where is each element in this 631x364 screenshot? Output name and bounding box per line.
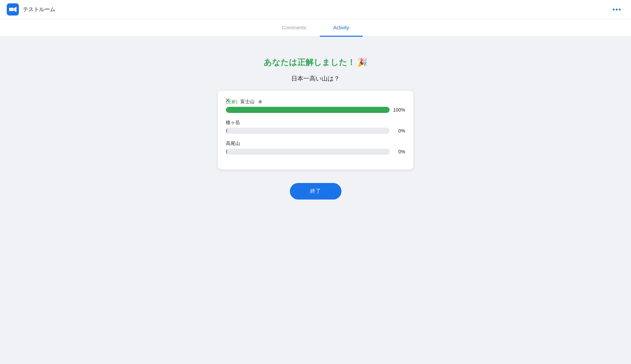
bar-row-takao: 0% [226,149,405,155]
tab-activity[interactable]: Activity [320,19,363,37]
header-right: ••• [610,3,624,16]
header-left: テストルーム [7,3,55,16]
bar-percent-fuji: 100% [393,107,405,113]
answer-name-fuji: 富士山 [240,99,254,105]
header: テストルーム ••• [0,0,631,19]
tab-comments[interactable]: Comments [268,19,320,37]
more-options-button[interactable]: ••• [610,3,624,16]
bar-container-fuji [226,107,390,113]
close-button[interactable]: ✕ [222,95,233,105]
bar-percent-yari: 0% [393,128,405,133]
answer-label-fuji: (正解) 富士山 [226,99,405,105]
answer-label-takao: 高尾山 [226,141,405,147]
bar-percent-takao: 0% [393,149,405,154]
answer-item-fuji: (正解) 富士山 100% [226,99,405,113]
svg-rect-0 [9,8,14,11]
room-title: テストルーム [23,6,55,13]
answer-name-takao: 高尾山 [226,141,240,147]
quiz-results-card: ✕ (正解) 富士山 100% 槍ヶ岳 [218,91,413,170]
bar-container-yari [226,128,390,134]
bar-fill-fuji [226,107,390,113]
bar-fill-takao [226,149,227,155]
answer-name-yari: 槍ヶ岳 [226,120,240,126]
bar-row-fuji: 100% [226,107,405,113]
success-message: あなたは正解しました！ 🎉 [264,57,368,68]
bar-container-takao [226,149,390,155]
svg-marker-1 [14,7,17,12]
bar-row-yari: 0% [226,128,405,134]
answer-label-yari: 槍ヶ岳 [226,120,405,126]
end-button[interactable]: 終了 [290,183,341,200]
main-content: あなたは正解しました！ 🎉 日本一高い山は？ ✕ (正解) 富士山 100% [0,37,631,220]
answer-dot-fuji [259,100,262,103]
app-logo [7,3,19,16]
question-text: 日本一高い山は？ [291,74,340,83]
tab-bar: Comments Activity [0,19,631,37]
bar-fill-yari [226,128,227,134]
answer-item-takao: 高尾山 0% [226,141,405,155]
quiz-results-list: (正解) 富士山 100% 槍ヶ岳 [218,91,413,170]
answer-item-yari: 槍ヶ岳 0% [226,120,405,134]
